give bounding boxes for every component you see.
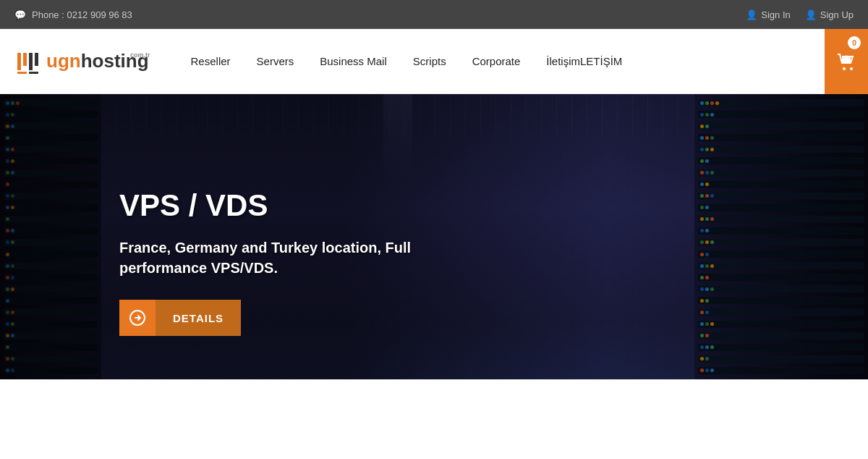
cart-badge: 0 xyxy=(848,36,861,49)
logo[interactable]: ugn hostingcom.tr xyxy=(14,47,149,76)
details-button[interactable]: DETAILS xyxy=(119,300,495,336)
signin-label: Sign In xyxy=(761,9,790,20)
logo-icon xyxy=(14,47,43,76)
details-icon-box xyxy=(119,300,156,336)
hero-content: VPS / VDS France, Germany and Turkey loc… xyxy=(119,188,495,336)
details-text: DETAILS xyxy=(156,300,241,336)
nav-corporate[interactable]: Corporate xyxy=(459,48,534,75)
logo-ugn: ugn xyxy=(46,50,81,72)
main-nav: Reseller Servers Business Mail Scripts C… xyxy=(178,48,854,75)
header: ugn hostingcom.tr Reseller Servers Busin… xyxy=(0,29,868,94)
phone-number: Phone : 0212 909 96 83 xyxy=(32,9,132,20)
svg-rect-0 xyxy=(17,53,21,70)
signup-icon: 👤 xyxy=(805,9,817,20)
phone-info: 💬 Phone : 0212 909 96 83 xyxy=(14,9,132,20)
hero-section: VPS / VDS France, Germany and Turkey loc… xyxy=(0,94,868,379)
signin-link[interactable]: 👤 Sign In xyxy=(746,9,790,20)
svg-rect-4 xyxy=(35,53,38,66)
logo-hosting: hostingcom.tr xyxy=(81,50,149,72)
svg-rect-3 xyxy=(29,53,33,70)
arrow-circle-icon xyxy=(129,310,145,326)
signup-label: Sign Up xyxy=(820,9,854,20)
hero-title: VPS / VDS xyxy=(119,188,495,223)
nav-reseller[interactable]: Reseller xyxy=(178,48,244,75)
nav-business-mail[interactable]: Business Mail xyxy=(307,48,400,75)
signup-link[interactable]: 👤 Sign Up xyxy=(805,9,854,20)
nav-servers[interactable]: Servers xyxy=(244,48,307,75)
logo-comtr: com.tr xyxy=(130,51,150,59)
svg-rect-2 xyxy=(17,72,27,74)
svg-rect-5 xyxy=(29,72,38,74)
top-bar: 💬 Phone : 0212 909 96 83 👤 Sign In 👤 Sig… xyxy=(0,0,868,29)
cart-button[interactable]: 0 xyxy=(825,29,868,94)
nav-iletisim[interactable]: İletişimLETİŞİM xyxy=(533,48,635,75)
nav-scripts[interactable]: Scripts xyxy=(400,48,459,75)
hero-subtitle: France, Germany and Turkey location, Ful… xyxy=(119,237,495,278)
chat-icon: 💬 xyxy=(14,9,26,20)
svg-point-7 xyxy=(850,67,853,70)
svg-point-6 xyxy=(843,67,846,70)
signin-icon: 👤 xyxy=(746,9,757,20)
svg-rect-9 xyxy=(842,62,851,63)
svg-rect-1 xyxy=(23,53,27,66)
auth-links: 👤 Sign In 👤 Sign Up xyxy=(746,9,854,20)
cart-icon xyxy=(836,51,856,72)
